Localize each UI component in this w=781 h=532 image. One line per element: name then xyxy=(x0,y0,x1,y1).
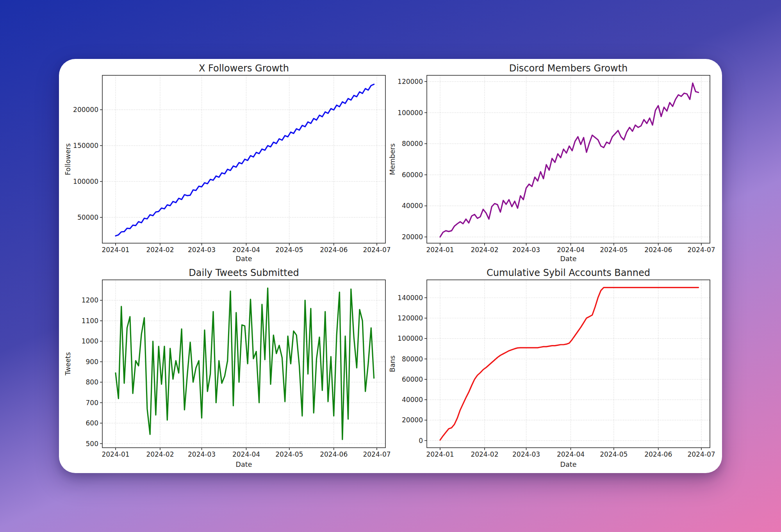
y-tick-label: 40000 xyxy=(402,202,423,210)
series-line xyxy=(116,288,374,439)
x-tick-label: 2024-01 xyxy=(426,450,454,458)
x-tick-label: 2024-01 xyxy=(102,450,129,458)
chart-discord-members: 2024-012024-022024-032024-042024-052024-… xyxy=(375,60,719,273)
x-tick-label: 2024-03 xyxy=(512,246,540,254)
x-tick-label: 2024-03 xyxy=(188,246,216,254)
y-tick-label: 100000 xyxy=(73,178,98,185)
y-tick-label: 900 xyxy=(86,358,98,366)
y-tick-label: 80000 xyxy=(402,355,423,363)
chart-x-followers: 2024-012024-022024-032024-042024-052024-… xyxy=(51,60,394,273)
y-tick-label: 20000 xyxy=(402,416,423,424)
x-tick-label: 2024-05 xyxy=(600,246,628,254)
x-axis-label: Date xyxy=(427,255,710,263)
chart-title: Discord Members Growth xyxy=(427,63,710,74)
series-line xyxy=(440,288,699,440)
x-tick-label: 2024-02 xyxy=(471,450,498,458)
y-tick-label: 20000 xyxy=(402,233,423,241)
x-tick-label: 2024-01 xyxy=(102,246,129,254)
y-tick-label: 140000 xyxy=(398,294,423,302)
x-axis-label: Date xyxy=(102,461,385,468)
y-axis-label: Bans xyxy=(389,356,396,372)
x-tick-label: 2024-04 xyxy=(557,246,585,254)
y-tick-label: 120000 xyxy=(398,314,423,322)
x-tick-label: 2024-03 xyxy=(188,450,216,458)
x-tick-label: 2024-07 xyxy=(687,450,715,458)
x-tick-label: 2024-02 xyxy=(471,246,498,254)
y-tick-label: 700 xyxy=(86,399,98,407)
y-tick-label: 100000 xyxy=(398,335,423,342)
chart-title: Cumulative Sybil Accounts Banned xyxy=(427,267,710,278)
y-axis-label: Members xyxy=(389,143,396,175)
y-tick-label: 100000 xyxy=(398,109,423,117)
y-tick-label: 120000 xyxy=(398,78,423,85)
x-tick-label: 2024-05 xyxy=(600,450,628,458)
y-tick-label: 1200 xyxy=(82,296,98,304)
x-tick-label: 2024-04 xyxy=(232,450,260,458)
x-tick-label: 2024-01 xyxy=(426,246,454,254)
x-axis-label: Date xyxy=(102,255,385,263)
series-line xyxy=(116,84,374,236)
x-tick-label: 2024-02 xyxy=(146,246,174,254)
y-tick-label: 40000 xyxy=(402,396,423,404)
plot-frame xyxy=(427,280,710,448)
chart-daily-tweets: 2024-012024-022024-032024-042024-052024-… xyxy=(51,265,394,478)
y-tick-label: 500 xyxy=(86,440,98,448)
chart-sybil-bans: 2024-012024-022024-032024-042024-052024-… xyxy=(375,265,719,478)
x-tick-label: 2024-06 xyxy=(320,450,348,458)
x-tick-label: 2024-02 xyxy=(146,450,174,458)
y-tick-label: 800 xyxy=(86,378,98,386)
y-tick-label: 1000 xyxy=(82,337,98,345)
y-tick-label: 60000 xyxy=(402,171,423,179)
y-tick-label: 60000 xyxy=(402,375,423,383)
y-axis-label: Tweets xyxy=(64,352,72,375)
chart-title: Daily Tweets Submitted xyxy=(102,267,385,278)
x-tick-label: 2024-03 xyxy=(512,450,540,458)
y-tick-label: 0 xyxy=(419,437,423,445)
y-tick-label: 80000 xyxy=(402,140,423,148)
x-tick-label: 2024-04 xyxy=(232,246,260,254)
series-line xyxy=(440,83,699,237)
x-tick-label: 2024-06 xyxy=(320,246,348,254)
x-tick-label: 2024-04 xyxy=(557,450,585,458)
x-tick-label: 2024-05 xyxy=(275,450,303,458)
page-background: { "page": { "card_color": "#ffffff", "ba… xyxy=(0,0,781,532)
y-axis-label: Followers xyxy=(64,143,72,175)
x-tick-label: 2024-06 xyxy=(644,450,672,458)
plot-frame xyxy=(427,75,710,243)
y-tick-label: 50000 xyxy=(77,214,98,221)
y-tick-label: 200000 xyxy=(73,106,98,114)
x-tick-label: 2024-07 xyxy=(687,246,715,254)
chart-title: X Followers Growth xyxy=(102,63,385,74)
y-tick-label: 600 xyxy=(86,419,98,427)
y-tick-label: 1100 xyxy=(82,317,98,325)
x-tick-label: 2024-05 xyxy=(275,246,303,254)
y-tick-label: 150000 xyxy=(73,142,98,149)
x-axis-label: Date xyxy=(427,461,710,468)
x-tick-label: 2024-06 xyxy=(644,246,672,254)
